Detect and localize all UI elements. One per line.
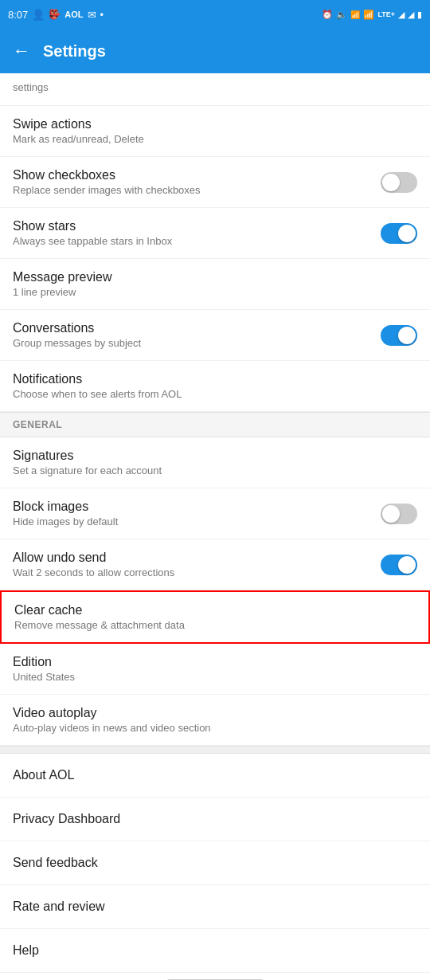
nav-label-privacy-dashboard: Privacy Dashboard bbox=[13, 812, 120, 825]
snapchat-icon: 👺 bbox=[49, 9, 61, 20]
section-thick-divider bbox=[0, 746, 430, 754]
setting-title-message-preview: Message preview bbox=[13, 270, 417, 284]
setting-title-block-images: Block images bbox=[13, 500, 381, 514]
setting-item-conversations[interactable]: Conversations Group messages by subject bbox=[0, 310, 430, 361]
nav-label-help: Help bbox=[13, 943, 39, 957]
nav-item-about-aol[interactable]: About AOL bbox=[0, 754, 430, 798]
volume-icon: 🔈 bbox=[336, 10, 347, 20]
setting-text-signatures: Signatures Set a signature for each acco… bbox=[13, 449, 417, 476]
setting-item-message-preview[interactable]: Message preview 1 line preview bbox=[0, 259, 430, 310]
setting-item-swipe-actions[interactable]: Swipe actions Mark as read/unread, Delet… bbox=[0, 106, 430, 157]
setting-text-show-checkboxes: Show checkboxes Replace sender images wi… bbox=[13, 168, 381, 196]
setting-text-edition: Edition United States bbox=[13, 655, 417, 683]
toggle-show-stars[interactable] bbox=[381, 223, 417, 244]
battery-icon: ▮ bbox=[417, 10, 422, 20]
setting-item-show-stars[interactable]: Show stars Always see tappable stars in … bbox=[0, 208, 430, 259]
setting-subtitle-notifications: Choose when to see alerts from AOL bbox=[13, 388, 417, 400]
setting-subtitle-signatures: Set a signature for each account bbox=[13, 465, 417, 476]
lte-icon: LTE+ bbox=[377, 10, 395, 18]
setting-subtitle-video-autoplay: Auto-play videos in news and video secti… bbox=[13, 722, 417, 734]
setting-title-show-stars: Show stars bbox=[13, 219, 381, 233]
setting-title-edition: Edition bbox=[13, 655, 417, 669]
setting-text-notifications: Notifications Choose when to see alerts … bbox=[13, 372, 417, 400]
setting-item-show-checkboxes[interactable]: Show checkboxes Replace sender images wi… bbox=[0, 157, 430, 208]
setting-title-allow-undo-send: Allow undo send bbox=[13, 551, 381, 565]
toggle-show-checkboxes[interactable] bbox=[381, 172, 417, 193]
setting-item-clear-cache[interactable]: Clear cache Remove message & attachment … bbox=[0, 590, 430, 644]
setting-text-clear-cache: Clear cache Remove message & attachment … bbox=[14, 603, 416, 631]
nav-item-privacy-dashboard[interactable]: Privacy Dashboard bbox=[0, 798, 430, 841]
setting-text-block-images: Block images Hide images by default bbox=[13, 500, 381, 527]
setting-title-clear-cache: Clear cache bbox=[14, 603, 416, 617]
time-display: 8:07 bbox=[8, 9, 28, 21]
setting-item-edition[interactable]: Edition United States bbox=[0, 644, 430, 695]
nav-label-send-feedback: Send feedback bbox=[13, 856, 98, 869]
setting-subtitle-conversations: Group messages by subject bbox=[13, 337, 381, 349]
bottom-handle bbox=[0, 973, 430, 980]
setting-item-allow-undo-send[interactable]: Allow undo send Wait 2 seconds to allow … bbox=[0, 539, 430, 590]
general-section-divider: GENERAL bbox=[0, 412, 430, 437]
setting-title-swipe-actions: Swipe actions bbox=[13, 117, 417, 131]
toggle-knob-block-images bbox=[382, 505, 400, 523]
setting-item-signatures[interactable]: Signatures Set a signature for each acco… bbox=[0, 437, 430, 488]
setting-title-notifications: Notifications bbox=[13, 372, 417, 386]
status-left: 8:07 👤 👺 AOL ✉ • bbox=[8, 9, 104, 21]
toggle-block-images[interactable] bbox=[381, 504, 417, 524]
setting-title-video-autoplay: Video autoplay bbox=[13, 706, 417, 720]
setting-subtitle-clear-cache: Remove message & attachment data bbox=[14, 619, 416, 631]
setting-text-swipe-actions: Swipe actions Mark as read/unread, Delet… bbox=[13, 117, 417, 145]
setting-text-conversations: Conversations Group messages by subject bbox=[13, 321, 381, 349]
toggle-allow-undo-send[interactable] bbox=[381, 555, 417, 575]
nav-label-rate-and-review: Rate and review bbox=[13, 900, 105, 913]
nav-item-rate-and-review[interactable]: Rate and review bbox=[0, 885, 430, 929]
signal-icon: ◢ bbox=[398, 10, 405, 20]
setting-subtitle-message-preview: 1 line preview bbox=[13, 286, 417, 298]
aol-icon: AOL bbox=[64, 10, 83, 19]
toggle-conversations[interactable] bbox=[381, 325, 417, 346]
setting-title-signatures: Signatures bbox=[13, 449, 417, 463]
setting-subtitle-swipe-actions: Mark as read/unread, Delete bbox=[13, 133, 417, 145]
status-bar: 8:07 👤 👺 AOL ✉ • ⏰ 🔈 📶 📶 LTE+ ◢ ◢ ▮ bbox=[0, 0, 430, 29]
setting-title-show-checkboxes: Show checkboxes bbox=[13, 168, 381, 182]
setting-title-conversations: Conversations bbox=[13, 321, 381, 335]
setting-item-block-images[interactable]: Block images Hide images by default bbox=[0, 488, 430, 539]
setting-subtitle-edition: United States bbox=[13, 671, 417, 683]
setting-text-show-stars: Show stars Always see tappable stars in … bbox=[13, 219, 381, 247]
setting-subtitle-show-checkboxes: Replace sender images with checkboxes bbox=[13, 184, 381, 196]
signal2-icon: ◢ bbox=[408, 10, 414, 20]
setting-item-notifications[interactable]: Notifications Choose when to see alerts … bbox=[0, 361, 430, 412]
nav-label-about-aol: About AOL bbox=[13, 768, 74, 782]
general-section-label: GENERAL bbox=[13, 419, 62, 430]
partial-settings-item: settings bbox=[0, 73, 430, 106]
wifi-alt-icon: 📶 bbox=[350, 10, 360, 19]
partial-settings-text: settings bbox=[13, 81, 49, 93]
setting-subtitle-block-images: Hide images by default bbox=[13, 515, 381, 527]
setting-subtitle-show-stars: Always see tappable stars in Inbox bbox=[13, 235, 381, 247]
alarm-icon: ⏰ bbox=[322, 10, 333, 20]
person-icon: 👤 bbox=[32, 9, 45, 21]
toggle-knob-conversations bbox=[398, 327, 416, 344]
back-button[interactable]: ← bbox=[13, 41, 30, 61]
setting-text-video-autoplay: Video autoplay Auto-play videos in news … bbox=[13, 706, 417, 734]
top-bar: ← Settings bbox=[0, 29, 430, 73]
toggle-knob-show-stars bbox=[398, 225, 416, 242]
status-right: ⏰ 🔈 📶 📶 LTE+ ◢ ◢ ▮ bbox=[322, 10, 422, 20]
nav-item-send-feedback[interactable]: Send feedback bbox=[0, 841, 430, 885]
nav-item-help[interactable]: Help bbox=[0, 929, 430, 973]
setting-text-allow-undo-send: Allow undo send Wait 2 seconds to allow … bbox=[13, 551, 381, 578]
mail-icon: ✉ bbox=[88, 9, 96, 21]
dot-icon: • bbox=[100, 9, 104, 21]
setting-subtitle-allow-undo-send: Wait 2 seconds to allow corrections bbox=[13, 566, 381, 578]
page-title: Settings bbox=[43, 42, 106, 61]
setting-item-video-autoplay[interactable]: Video autoplay Auto-play videos in news … bbox=[0, 695, 430, 746]
toggle-knob-allow-undo-send bbox=[398, 556, 416, 574]
setting-text-message-preview: Message preview 1 line preview bbox=[13, 270, 417, 298]
wifi-icon: 📶 bbox=[363, 10, 374, 20]
toggle-knob-show-checkboxes bbox=[382, 174, 400, 191]
